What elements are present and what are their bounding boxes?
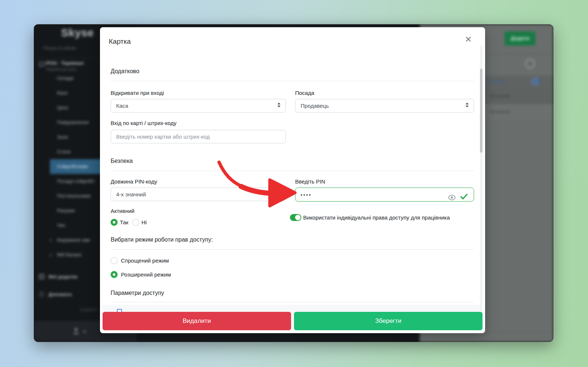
open-on-login-label: Відкривати при вході	[111, 90, 286, 96]
delete-button[interactable]: Видалити	[103, 312, 291, 330]
pin-value: ••••	[301, 192, 312, 197]
sidebar-note: Double R	[80, 307, 97, 312]
radio-active-yes-label[interactable]: Так	[120, 219, 128, 225]
user-icon	[72, 327, 80, 336]
radio-advanced-mode-label[interactable]: Розширений режим	[121, 271, 171, 278]
section-heading-security: Безпека	[111, 158, 133, 164]
info-icon	[39, 292, 44, 297]
modal-scrollbar[interactable]	[480, 45, 483, 311]
card-login-label: Вхід по карті / штрих-коду	[111, 120, 286, 126]
radio-active-no-label[interactable]: Ні	[141, 219, 147, 225]
status-cell: Активний	[489, 93, 510, 99]
individual-rights-toggle[interactable]	[290, 214, 301, 221]
caret-down-icon	[83, 331, 86, 333]
columns-settings-icon[interactable]	[532, 78, 539, 85]
open-on-login-select[interactable]: Каса	[111, 99, 286, 113]
radio-active-yes[interactable]	[111, 219, 118, 226]
modal-title: Картка	[109, 38, 131, 46]
individual-rights-label: Використати індивідуальні права доступу …	[303, 214, 450, 221]
modal-scrollbar-thumb[interactable]	[480, 69, 483, 153]
add-button[interactable]: Додати	[505, 31, 535, 46]
app-logo: Skyse	[61, 26, 94, 39]
apps-grid-icon	[39, 274, 44, 279]
modal-footer: Видалити Зберегти	[103, 312, 483, 330]
close-icon[interactable]: ✕	[465, 35, 472, 44]
section-heading-access-mode: Вибрати режим роботи прав доступу:	[111, 236, 213, 243]
section-divider	[111, 171, 474, 171]
radio-simple-mode-label[interactable]: Спрощений режим	[121, 257, 169, 264]
status-cell: Активний	[489, 109, 510, 114]
section-divider	[111, 81, 474, 81]
screen: Skyse Пошук по меню POS - Термінал Перей…	[0, 0, 588, 367]
sidebar-search-input[interactable]: Пошук по меню	[43, 46, 76, 51]
check-icon	[460, 191, 468, 204]
radio-simple-mode[interactable]	[111, 257, 118, 264]
select-arrows-icon	[277, 103, 281, 107]
card-number-input[interactable]: Введіть номер картки або штрих-код	[111, 130, 286, 143]
pin-label: Введіть PIN	[295, 178, 474, 185]
card-modal: Картка ✕ Додатково Відкривати при вході …	[100, 27, 485, 333]
save-button[interactable]: Зберегти	[294, 312, 483, 330]
pin-input[interactable]: ••••	[295, 188, 474, 202]
active-label: Активний	[111, 208, 135, 214]
position-select[interactable]: Продавець	[295, 99, 474, 113]
pin-length-select[interactable]: 4-х значний	[111, 188, 286, 201]
radio-advanced-mode[interactable]	[111, 271, 118, 278]
sidebar-item-pos-terminal[interactable]: POS - Термінал	[46, 60, 84, 66]
section-heading-additional: Додатково	[111, 68, 139, 75]
position-label: Посада	[295, 90, 474, 96]
radio-active-no[interactable]	[132, 219, 139, 226]
eye-icon[interactable]	[448, 192, 456, 205]
chevron-down-icon: ∨	[49, 233, 52, 247]
chevron-down-icon: ∨	[49, 247, 52, 262]
select-arrows-icon	[466, 103, 469, 107]
refresh-icon[interactable]	[525, 59, 535, 69]
section-heading-access-params: Параметри доступу	[111, 290, 164, 296]
section-divider	[111, 249, 474, 250]
section-divider	[111, 302, 474, 302]
pin-length-label: Довжина PIN-коду	[111, 178, 286, 185]
status-column-header[interactable]: Статус	[489, 79, 505, 84]
chat-bubble-icon	[39, 62, 45, 69]
